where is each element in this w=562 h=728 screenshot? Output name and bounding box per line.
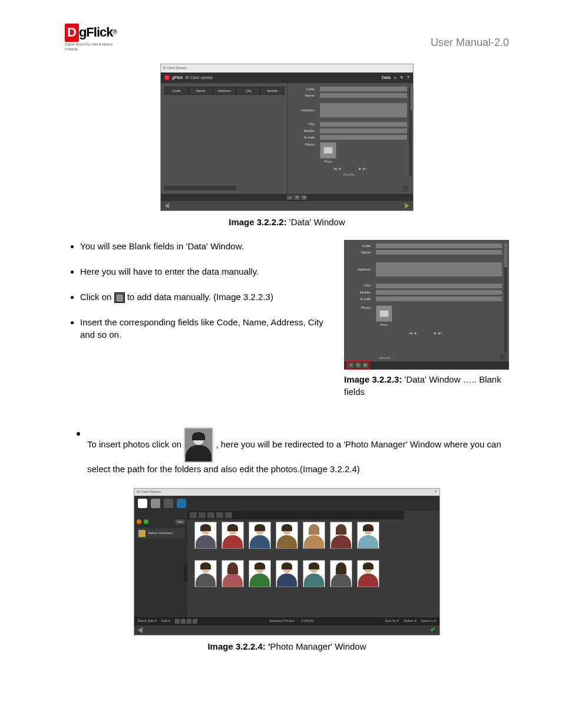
view-large-icon[interactable] bbox=[207, 512, 214, 518]
photo-thumbnail[interactable] bbox=[276, 522, 298, 554]
pager-next[interactable]: ▶ ▶| bbox=[359, 166, 366, 171]
bullet-blank-fields: You will see Blank fields in 'Data' Wind… bbox=[80, 240, 332, 252]
photo-thumbnail[interactable] bbox=[249, 522, 271, 554]
data-table-header: Code Name Address City Mobile bbox=[164, 87, 285, 95]
code-input[interactable] bbox=[320, 87, 407, 91]
edit-record-icon[interactable]: ✎ bbox=[294, 195, 300, 200]
rotate-left-icon[interactable] bbox=[175, 619, 180, 624]
city-input[interactable] bbox=[320, 122, 407, 127]
folder-icon bbox=[138, 530, 146, 537]
source-cloud-icon[interactable] bbox=[151, 499, 160, 508]
filter-icon[interactable] bbox=[402, 186, 408, 192]
source-camera-icon[interactable] bbox=[164, 499, 173, 508]
edit-record-icon[interactable]: ✎ bbox=[355, 363, 361, 368]
code-input[interactable] bbox=[376, 243, 502, 248]
sendto-dropdown[interactable]: Send to ▾ bbox=[421, 618, 436, 623]
pager-prev[interactable]: |◀ ◀ bbox=[409, 331, 416, 335]
edit-dropdown[interactable]: Edit ▾ bbox=[161, 618, 170, 623]
photo-thumbnail[interactable] bbox=[330, 522, 352, 554]
vertical-scrollbar[interactable] bbox=[409, 87, 412, 176]
horizontal-scrollbar[interactable] bbox=[164, 186, 236, 190]
app-brand-bar: D gFlick ID Card xpress Data ⌂ ✎ ? bbox=[161, 73, 413, 83]
photo-thumbnail[interactable] bbox=[222, 522, 244, 554]
view-grid-icon[interactable] bbox=[190, 512, 197, 518]
caption-1: Image 3.2.2.2: 'Data' Window bbox=[65, 216, 509, 228]
logo: D gFlick ® Digital World For Still & Mot… bbox=[65, 24, 124, 52]
page-header: D gFlick ® Digital World For Still & Mot… bbox=[65, 24, 509, 52]
close-icon[interactable] bbox=[406, 66, 411, 71]
add-record-icon[interactable]: + bbox=[287, 195, 293, 200]
add-data-icon bbox=[114, 292, 125, 303]
figure-photo-manager: ID Card Xpress ✕ Zoom bbox=[65, 488, 509, 635]
source-local-icon[interactable] bbox=[138, 499, 147, 508]
forward-arrow-icon[interactable] bbox=[405, 203, 409, 209]
window-titlebar: ID Card Xpress bbox=[161, 64, 413, 73]
rotate-right-icon[interactable] bbox=[181, 619, 186, 624]
name-input[interactable] bbox=[320, 93, 407, 98]
logo-d-icon: D bbox=[65, 24, 79, 42]
mobile-input[interactable] bbox=[376, 290, 502, 295]
photo-portrait-icon bbox=[184, 427, 213, 463]
add-record-icon[interactable]: + bbox=[348, 363, 354, 368]
photo-thumbnail[interactable] bbox=[222, 560, 244, 592]
close-icon[interactable]: ✕ bbox=[434, 489, 437, 494]
photo-thumbnail[interactable] bbox=[276, 560, 298, 592]
sidebar-drag-handle[interactable] bbox=[184, 564, 187, 582]
bullet-insert-fields: Insert the corresponding fields like Cod… bbox=[80, 316, 332, 341]
mobile-input[interactable] bbox=[320, 129, 407, 133]
maximize-icon[interactable] bbox=[399, 66, 404, 71]
delete-record-icon[interactable]: ✕ bbox=[301, 195, 307, 200]
name-input[interactable] bbox=[376, 250, 502, 255]
selected-photos-label: Selected Photos : bbox=[269, 618, 297, 623]
pager-prev[interactable]: |◀ ◀ bbox=[333, 166, 341, 171]
bullet-marker bbox=[77, 432, 80, 436]
sortby-dropdown[interactable]: Sort by ▾ bbox=[385, 618, 399, 623]
back-arrow-icon[interactable] bbox=[138, 627, 143, 633]
flip-icon[interactable] bbox=[187, 619, 191, 624]
view-dropdown[interactable]: View bbox=[175, 519, 185, 525]
address-input[interactable] bbox=[376, 262, 502, 276]
view-detail-icon[interactable] bbox=[216, 512, 223, 518]
back-arrow-icon[interactable] bbox=[164, 203, 169, 209]
select-dropdown[interactable]: Select ▾ bbox=[404, 618, 416, 623]
photo-thumbnail[interactable] bbox=[194, 522, 217, 554]
view-list-icon[interactable] bbox=[199, 512, 206, 518]
photo-thumbnail[interactable] bbox=[330, 560, 352, 592]
source-facebook-icon[interactable] bbox=[177, 499, 186, 508]
minimize-icon[interactable] bbox=[392, 66, 397, 71]
email-input[interactable] bbox=[376, 297, 502, 301]
home-icon[interactable]: ⌂ bbox=[394, 75, 396, 81]
delete-record-icon[interactable]: ✕ bbox=[362, 363, 368, 368]
bullet-insert-photos: To insert photos click on , here you wil… bbox=[87, 404, 509, 475]
address-input[interactable] bbox=[320, 103, 407, 117]
photo-manager-sidebar: View Select Directory bbox=[134, 511, 187, 617]
photo-thumbnail[interactable] bbox=[303, 522, 325, 554]
confirm-check-icon[interactable]: ✔ bbox=[430, 625, 436, 635]
collapse-icon[interactable] bbox=[137, 519, 141, 524]
pager-next[interactable]: ▶ ▶| bbox=[434, 331, 442, 335]
selected-photos-count: 0 [0/14] bbox=[302, 618, 313, 623]
select-directory-item[interactable]: Select Directory bbox=[137, 528, 185, 539]
email-input[interactable] bbox=[320, 135, 407, 140]
photo-placeholder-icon[interactable] bbox=[376, 305, 392, 322]
photo-thumbnail[interactable] bbox=[357, 560, 379, 592]
expand-icon[interactable] bbox=[144, 519, 148, 524]
filter-icon[interactable] bbox=[500, 354, 505, 360]
help-icon[interactable]: ? bbox=[407, 75, 409, 81]
caption-2: Image 3.2.2.3: 'Data' Window ….. Blank f… bbox=[344, 373, 509, 398]
city-input[interactable] bbox=[376, 284, 502, 288]
view-tile-icon[interactable] bbox=[225, 512, 232, 518]
crop-icon[interactable] bbox=[193, 619, 197, 624]
photo-placeholder-icon[interactable] bbox=[320, 142, 336, 159]
vertical-scrollbar[interactable] bbox=[504, 243, 507, 353]
photo-thumbnail[interactable] bbox=[249, 560, 271, 592]
brush-icon[interactable]: ✎ bbox=[400, 75, 404, 81]
photo-thumbnail[interactable] bbox=[357, 522, 379, 554]
batch-edit-dropdown[interactable]: Batch Edit ▾ bbox=[138, 618, 157, 623]
bullet-enter-manually: Here you will have to enter the data man… bbox=[80, 265, 332, 278]
photo-thumbnail[interactable] bbox=[303, 560, 325, 592]
figure-data-window: ID Card Xpress D gFlick ID Card xpress D… bbox=[65, 64, 509, 211]
caption-3: Image 3.2.2.4: 'Photo Manager' Window bbox=[65, 640, 509, 653]
window-titlebar: ID Card Xpress ✕ bbox=[134, 489, 439, 496]
photo-thumbnail[interactable] bbox=[194, 560, 217, 592]
